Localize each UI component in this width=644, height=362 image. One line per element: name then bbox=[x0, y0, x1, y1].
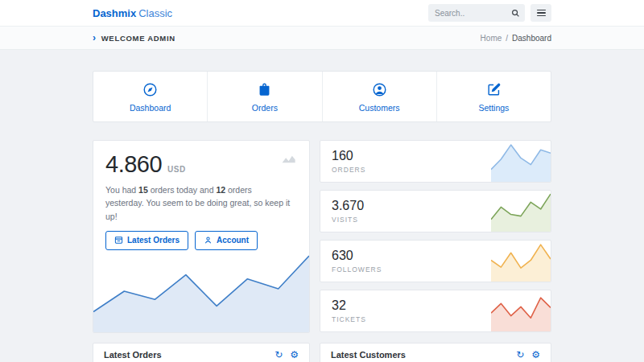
user-icon bbox=[204, 236, 213, 245]
panel-title: Latest Orders bbox=[104, 350, 162, 360]
app-logo[interactable]: DashmixClassic bbox=[93, 7, 172, 19]
stat-value: 160 bbox=[332, 149, 365, 163]
quicknav-label: Orders bbox=[252, 103, 278, 113]
breadcrumb-home-link[interactable]: Home bbox=[481, 34, 502, 43]
visits-sparkline bbox=[491, 191, 551, 232]
orders-sparkline bbox=[491, 141, 551, 182]
breadcrumb-separator: / bbox=[506, 34, 508, 43]
tickets-sparkline bbox=[491, 290, 551, 331]
gear-icon[interactable]: ⚙ bbox=[531, 350, 540, 360]
compass-icon bbox=[142, 82, 158, 97]
briefcase-icon bbox=[257, 82, 272, 97]
top-header: DashmixClassic bbox=[0, 0, 644, 27]
button-label: Account bbox=[217, 236, 249, 245]
user-circle-icon bbox=[372, 82, 387, 97]
gear-icon[interactable]: ⚙ bbox=[290, 350, 299, 360]
chart-icon bbox=[280, 150, 298, 164]
stat-label: FOLLOWERS bbox=[332, 265, 382, 274]
search-box bbox=[428, 4, 525, 22]
followers-sparkline bbox=[491, 241, 551, 282]
earnings-card: 4.860 USD You had 15 orders today and 12… bbox=[93, 140, 310, 333]
quicknav-label: Customers bbox=[359, 103, 400, 113]
search-icon bbox=[511, 9, 520, 18]
quicknav-label: Settings bbox=[478, 103, 509, 113]
earnings-summary: You had 15 orders today and 12 orders ye… bbox=[105, 183, 292, 223]
stats-column: 160 ORDERS 3.670 VISITS 630 FOLLOWERS bbox=[320, 140, 551, 333]
stat-value: 32 bbox=[332, 298, 366, 313]
refresh-icon[interactable]: ↻ bbox=[516, 350, 524, 360]
logo-secondary-text: Classic bbox=[138, 7, 172, 19]
breadcrumb-current: Dashboard bbox=[512, 34, 551, 43]
search-input[interactable] bbox=[428, 4, 506, 22]
refresh-icon[interactable]: ↻ bbox=[275, 350, 283, 360]
quicknav-label: Dashboard bbox=[130, 103, 171, 113]
chevron-right-icon: › bbox=[93, 33, 97, 43]
quicknav-item-customers[interactable]: Customers bbox=[322, 72, 436, 121]
orders-today-count: 15 bbox=[138, 185, 148, 195]
quicknav-card: Dashboard Orders Customers Settings bbox=[93, 71, 551, 122]
quicknav-item-orders[interactable]: Orders bbox=[207, 72, 321, 121]
earnings-amount: 4.860 bbox=[105, 151, 162, 178]
orders-list-icon bbox=[114, 236, 123, 245]
search-button[interactable] bbox=[506, 4, 525, 22]
stat-card-orders: 160 ORDERS bbox=[320, 140, 551, 183]
quicknav-item-dashboard[interactable]: Dashboard bbox=[93, 72, 207, 121]
stat-card-tickets: 32 TICKETS bbox=[320, 290, 551, 332]
logo-primary-text: Dashmix bbox=[93, 7, 136, 19]
quicknav-item-settings[interactable]: Settings bbox=[436, 72, 551, 121]
dashboard-page: DashmixClassic › WELCOME ADMIN bbox=[0, 0, 644, 362]
welcome-heading: › WELCOME ADMIN bbox=[93, 33, 175, 43]
account-button[interactable]: Account bbox=[195, 231, 258, 250]
earnings-currency: USD bbox=[167, 165, 186, 174]
breadcrumb-bar: › WELCOME ADMIN Home / Dashboard bbox=[0, 27, 644, 50]
button-label: Latest Orders bbox=[127, 236, 180, 245]
welcome-text: WELCOME ADMIN bbox=[101, 34, 175, 43]
stat-label: VISITS bbox=[332, 216, 364, 224]
stat-card-visits: 3.670 VISITS bbox=[320, 190, 551, 232]
panel-title: Latest Customers bbox=[331, 350, 406, 360]
stat-label: ORDERS bbox=[332, 166, 365, 174]
breadcrumb: Home / Dashboard bbox=[481, 34, 551, 43]
latest-customers-panel: Latest Customers ↻ ⚙ bbox=[320, 343, 551, 362]
latest-orders-button[interactable]: Latest Orders bbox=[105, 231, 188, 250]
menu-button[interactable] bbox=[530, 4, 551, 22]
stat-card-followers: 630 FOLLOWERS bbox=[320, 240, 551, 282]
latest-orders-panel: Latest Orders ↻ ⚙ bbox=[93, 343, 310, 362]
orders-yesterday-count: 12 bbox=[216, 185, 225, 195]
earnings-area-chart bbox=[93, 250, 309, 332]
stat-value: 3.670 bbox=[332, 199, 364, 213]
stat-value: 630 bbox=[332, 249, 382, 263]
edit-icon bbox=[486, 82, 502, 97]
stat-label: TICKETS bbox=[332, 315, 366, 323]
